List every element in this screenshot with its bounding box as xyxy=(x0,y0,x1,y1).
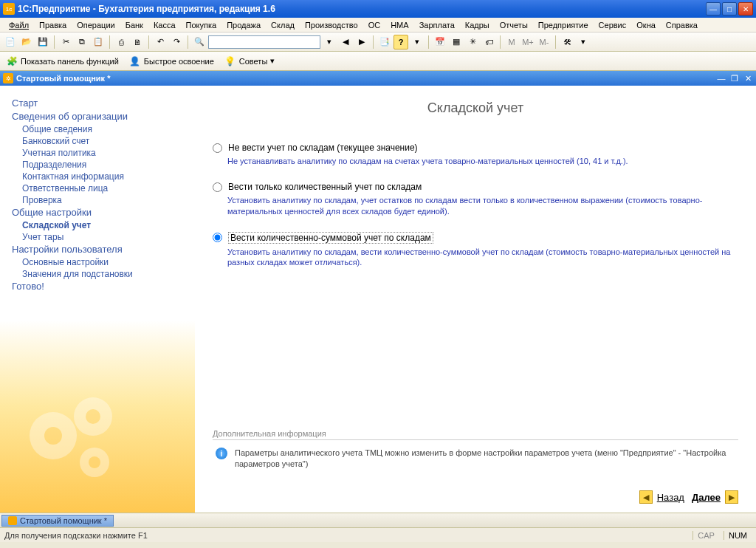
wizard-icon: ✲ xyxy=(3,73,13,83)
find-prev-button[interactable]: ◀ xyxy=(338,35,353,49)
radio-qty-sum-label[interactable]: Вести количественно-суммовой учет по скл… xyxy=(228,232,433,244)
window-title: 1С:Предприятие - Бухгалтерия предприятия… xyxy=(18,4,706,14)
menu-windows[interactable]: Окна xyxy=(632,19,660,31)
nav-done[interactable]: Готово! xyxy=(12,281,190,292)
copy-button[interactable]: ⧉ xyxy=(75,35,89,49)
special-button[interactable]: ✳ xyxy=(465,35,480,49)
additional-info-row: i Параметры аналитического учета ТМЦ мож… xyxy=(216,448,738,470)
content-panel: Складской учет Не вести учет по складам … xyxy=(195,86,756,513)
tools-button[interactable]: 🛠 xyxy=(560,35,574,49)
nav-warehouse-accounting[interactable]: Складской учет xyxy=(22,220,190,230)
menu-service[interactable]: Сервис xyxy=(594,19,631,31)
nav-check[interactable]: Проверка xyxy=(22,195,190,205)
app-logo-icon: 1c xyxy=(3,3,15,15)
nav-main-settings[interactable]: Основные настройки xyxy=(22,257,190,267)
print-button[interactable]: ⎙ xyxy=(114,35,128,49)
nav-responsible[interactable]: Ответственные лица xyxy=(22,183,190,193)
status-num: NUM xyxy=(724,531,752,540)
legend-button[interactable]: 🏷 xyxy=(481,35,496,49)
menu-warehouse[interactable]: Склад xyxy=(267,19,299,31)
menu-help[interactable]: Справка xyxy=(662,19,702,31)
nav-departments[interactable]: Подразделения xyxy=(22,160,190,170)
statusbar: Для получения подсказки нажмите F1 CAP N… xyxy=(0,527,756,542)
svg-point-5 xyxy=(89,456,100,468)
save-button[interactable]: 💾 xyxy=(35,35,50,49)
nav-org-info[interactable]: Сведения об организации xyxy=(12,111,190,122)
calendar-button[interactable]: 📅 xyxy=(433,35,447,49)
clipboard-button[interactable]: 📑 xyxy=(377,35,392,49)
show-panel-button[interactable]: 🧩 Показать панель функций xyxy=(3,54,122,69)
nav-start[interactable]: Старт xyxy=(12,97,190,109)
menu-os[interactable]: ОС xyxy=(364,19,385,31)
menu-kassa[interactable]: Касса xyxy=(149,19,180,31)
radio-qty-only-label[interactable]: Вести только количественный учет по скла… xyxy=(228,182,422,192)
sub-minimize-button[interactable]: — xyxy=(716,73,726,83)
memory-mplus-button[interactable]: M+ xyxy=(520,35,535,49)
sub-restore-button[interactable]: ❐ xyxy=(729,73,740,83)
nav-tare-accounting[interactable]: Учет тары xyxy=(22,232,190,242)
menu-nma[interactable]: НМА xyxy=(386,19,413,31)
dropdown-button[interactable]: ▾ xyxy=(410,35,425,49)
quick-start-button[interactable]: 👤 Быстрое освоение xyxy=(126,54,217,69)
lightbulb-icon: 👤 xyxy=(129,55,141,67)
new-button[interactable]: 📄 xyxy=(3,35,18,49)
open-button[interactable]: 📂 xyxy=(19,35,34,49)
menu-reports[interactable]: Отчеты xyxy=(495,19,532,31)
radio-no-warehouse[interactable] xyxy=(213,143,222,153)
option-2: Вести только количественный учет по скла… xyxy=(213,182,738,217)
redo-button[interactable]: ↷ xyxy=(169,35,184,49)
panel-icon: 🧩 xyxy=(6,55,18,67)
menu-enterprise[interactable]: Предприятие xyxy=(534,19,593,31)
menu-file[interactable]: Файл xyxy=(4,19,33,31)
close-button[interactable]: ✕ xyxy=(738,2,753,16)
radio-qty-only[interactable] xyxy=(213,182,222,192)
table-button[interactable]: ▦ xyxy=(449,35,464,49)
menu-sell[interactable]: Продажа xyxy=(222,19,265,31)
preview-button[interactable]: 🗎 xyxy=(130,35,145,49)
arrow-right-icon: ▶ xyxy=(725,490,738,504)
wizard-nav-buttons: ◀ Назад Далее ▶ xyxy=(213,490,738,504)
menu-bank[interactable]: Банк xyxy=(121,19,148,31)
nav-bank-account[interactable]: Банковский счет xyxy=(22,136,190,146)
svg-point-1 xyxy=(44,427,62,445)
option-2-desc: Установить аналитику по складам, учет ос… xyxy=(227,195,738,217)
nav-accounting-policy[interactable]: Учетная политика xyxy=(22,148,190,158)
menu-operations[interactable]: Операции xyxy=(72,19,119,31)
memory-mminus-button[interactable]: M- xyxy=(537,35,551,49)
tools-dropdown[interactable]: ▾ xyxy=(576,35,591,49)
cut-button[interactable]: ✂ xyxy=(58,35,73,49)
sub-close-button[interactable]: ✕ xyxy=(743,73,753,83)
chevron-down-icon: ▾ xyxy=(270,56,275,66)
work-area: Старт Сведения об организации Общие свед… xyxy=(0,86,756,513)
window-tabs-bar: Стартовый помощник * xyxy=(0,513,756,527)
arrow-left-icon: ◀ xyxy=(639,490,653,504)
memory-m-button[interactable]: M xyxy=(504,35,519,49)
search-input[interactable] xyxy=(208,35,320,49)
back-button[interactable]: ◀ Назад xyxy=(639,490,684,504)
nav-general-settings[interactable]: Общие настройки xyxy=(12,207,190,218)
radio-no-warehouse-label[interactable]: Не вести учет по складам (текущее значен… xyxy=(228,143,418,153)
undo-button[interactable]: ↶ xyxy=(153,35,168,49)
additional-info-title: Дополнительная информация xyxy=(213,429,738,440)
find-button[interactable]: 🔍 xyxy=(192,35,207,49)
menu-edit[interactable]: Правка xyxy=(35,19,71,31)
find-next-button[interactable]: ▶ xyxy=(354,35,369,49)
next-button[interactable]: Далее ▶ xyxy=(692,490,738,504)
menu-salary[interactable]: Зарплата xyxy=(415,19,459,31)
radio-qty-sum[interactable] xyxy=(213,233,222,242)
menu-production[interactable]: Производство xyxy=(300,19,362,31)
menu-hr[interactable]: Кадры xyxy=(461,19,494,31)
nav-general-info[interactable]: Общие сведения xyxy=(22,124,190,134)
menu-buy[interactable]: Покупка xyxy=(182,19,221,31)
nav-user-settings[interactable]: Настройки пользователя xyxy=(12,244,190,255)
tips-button[interactable]: 💡 Советы ▾ xyxy=(221,54,278,69)
nav-contacts[interactable]: Контактная информация xyxy=(22,171,190,182)
toolbar-secondary: 🧩 Показать панель функций 👤 Быстрое осво… xyxy=(0,52,756,71)
minimize-button[interactable]: — xyxy=(706,2,721,16)
help-context-button[interactable]: ? xyxy=(394,35,408,49)
nav-substitution-values[interactable]: Значения для подстановки xyxy=(22,269,190,279)
maximize-button[interactable]: □ xyxy=(722,2,737,16)
search-dropdown[interactable]: ▾ xyxy=(322,35,337,49)
window-tab-wizard[interactable]: Стартовый помощник * xyxy=(1,515,114,527)
paste-button[interactable]: 📋 xyxy=(91,35,106,49)
